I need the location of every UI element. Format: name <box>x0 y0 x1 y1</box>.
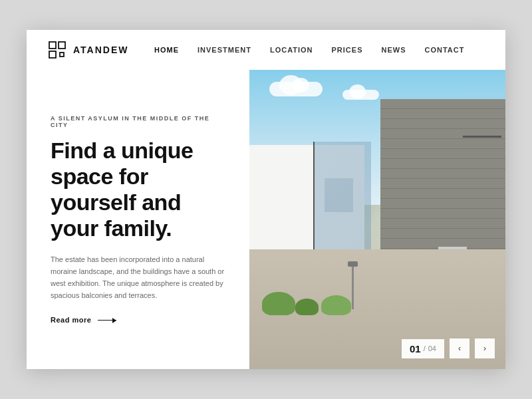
shrub-2 <box>295 299 319 315</box>
read-more-label: Read more <box>51 316 91 324</box>
main-nav: HOME INVESTMENT LOCATION PRICES NEWS CON… <box>154 46 464 54</box>
header: ATANDEW HOME INVESTMENT LOCATION PRICES … <box>27 30 505 70</box>
svg-rect-2 <box>49 51 56 58</box>
hero-image <box>249 70 505 369</box>
nav-item-location[interactable]: LOCATION <box>270 46 313 54</box>
prev-slide-button[interactable]: ‹ <box>450 338 469 358</box>
hero-image-panel: 01 / 04 ‹ › <box>249 70 505 369</box>
tagline: A SILENT ASYLUM IN THE MIDDLE OF THE CIT… <box>51 115 225 128</box>
page-divider: / <box>424 344 426 352</box>
browser-window: ATANDEW HOME INVESTMENT LOCATION PRICES … <box>27 30 505 369</box>
shrub-3 <box>321 295 351 315</box>
page-counter: 01 / 04 <box>402 339 444 358</box>
logo-icon <box>48 41 66 59</box>
balcony-railing <box>463 136 501 138</box>
nav-item-investment[interactable]: INVESTMENT <box>198 46 251 54</box>
shrub-1 <box>262 292 295 315</box>
logo-text: ATANDEW <box>73 45 128 55</box>
page-total: 04 <box>428 344 436 352</box>
pagination: 01 / 04 ‹ › <box>402 338 495 358</box>
nav-item-contact[interactable]: CONTACT <box>425 46 465 54</box>
nav-item-news[interactable]: NEWS <box>382 46 406 54</box>
svg-rect-0 <box>49 42 56 49</box>
read-more-button[interactable]: Read more <box>51 316 225 324</box>
hero-headline: Find a unique space for yourself and you… <box>51 138 225 241</box>
nav-item-home[interactable]: HOME <box>154 46 179 54</box>
nav-item-prices[interactable]: PRICES <box>332 46 363 54</box>
page-current: 01 <box>410 343 421 354</box>
left-panel: A SILENT ASYLUM IN THE MIDDLE OF THE CIT… <box>27 70 249 369</box>
svg-rect-1 <box>59 42 65 49</box>
logo-area: ATANDEW <box>48 41 154 59</box>
read-more-arrow-icon <box>98 320 116 321</box>
hero-description: The estate has been incorporated into a … <box>51 253 225 302</box>
svg-rect-3 <box>60 53 64 57</box>
lamp-post <box>352 263 354 309</box>
next-slide-button[interactable]: › <box>475 338 495 358</box>
main-content: A SILENT ASYLUM IN THE MIDDLE OF THE CIT… <box>27 70 505 369</box>
